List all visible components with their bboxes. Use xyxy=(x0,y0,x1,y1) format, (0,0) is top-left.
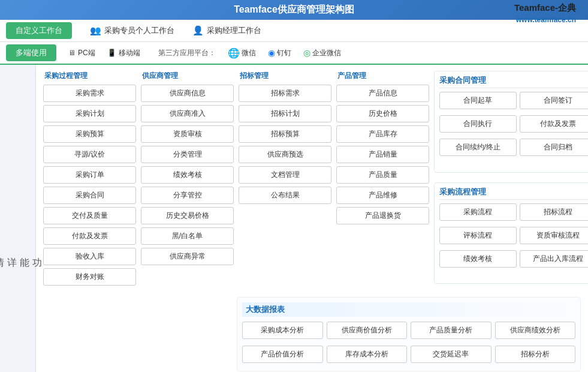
list-item[interactable]: 采购成本分析 xyxy=(242,322,323,339)
dingding-nav[interactable]: ◉ 钉钉 xyxy=(268,48,291,58)
primary-nav: 自定义工作台 👥 采购专员个人工作台 👤 采购经理工作台 xyxy=(0,20,588,42)
custom-workbench-btn[interactable]: 自定义工作台 xyxy=(6,22,72,39)
procurement-process-header: 采购过程管理 xyxy=(43,71,136,81)
list-item[interactable]: 库存成本分析 xyxy=(327,346,408,363)
big-data-section: 大数据报表 采购成本分析 供应商价值分析 产品质量分析 供应商绩效分析 产品价值… xyxy=(237,297,581,371)
list-item[interactable]: 产品维修 xyxy=(336,187,429,204)
list-item[interactable]: 合同归档 xyxy=(520,139,589,156)
list-item[interactable]: 公布结果 xyxy=(239,187,331,204)
list-item[interactable]: 产品出入库流程 xyxy=(520,250,589,268)
list-item[interactable]: 产品信息 xyxy=(336,85,429,102)
list-item[interactable]: 合同起草 xyxy=(439,92,517,109)
product-mgmt-col: 产品管理 产品信息 历史价格 产品库存 产品销量 产品质量 产品维修 产品退换货 xyxy=(336,71,429,289)
list-item[interactable]: 交付及质量 xyxy=(43,207,136,224)
secondary-nav: 多端使用 🖥 PC端 📱 移动端 第三方应用平台： 🌐 微信 ◉ 钉钉 ◎ 企业… xyxy=(0,42,588,65)
list-item[interactable]: 供应商预选 xyxy=(239,146,331,163)
row2: 大数据报表 采购成本分析 供应商价值分析 产品质量分析 供应商绩效分析 产品价值… xyxy=(43,292,581,371)
list-item[interactable]: 供应商价值分析 xyxy=(327,322,408,339)
big-data-tags: 采购成本分析 供应商价值分析 产品质量分析 供应商绩效分析 产品价值分析 库存成… xyxy=(242,322,575,366)
list-item[interactable]: 招标分析 xyxy=(495,346,576,363)
list-item[interactable]: 供应商信息 xyxy=(141,85,234,102)
list-item[interactable]: 产品退换货 xyxy=(336,207,429,224)
list-item[interactable]: 合同签订 xyxy=(520,92,589,109)
main-container: 功能详情 采购过程管理 采购需求 采购计划 采购预算 寻源/议价 采购订单 采购… xyxy=(0,65,588,372)
supplier-mgmt-col: 供应商管理 供应商信息 供应商准入 资质审核 分类管理 绩效考核 分享管控 历史… xyxy=(141,71,234,289)
wechat-nav[interactable]: 🌐 微信 xyxy=(228,47,256,59)
list-item[interactable]: 招标流程 xyxy=(520,203,589,221)
product-mgmt-header: 产品管理 xyxy=(336,71,429,81)
list-item[interactable]: 产品质量 xyxy=(336,166,429,184)
list-item[interactable]: 供应商绩效分析 xyxy=(495,322,576,339)
mobile-icon: 📱 xyxy=(107,49,116,57)
list-item[interactable]: 供应商准入 xyxy=(141,105,234,122)
list-item[interactable]: 供应商异常 xyxy=(141,248,234,265)
list-item[interactable]: 采购合同 xyxy=(43,187,136,204)
procurement-manager-nav[interactable]: 👤 采购经理工作台 xyxy=(192,25,261,36)
list-item[interactable]: 产品销量 xyxy=(336,146,429,163)
list-item[interactable]: 验收入库 xyxy=(43,248,136,265)
brand-name: Teamface-企典 xyxy=(514,2,576,14)
list-item[interactable]: 资质审核 xyxy=(141,125,234,143)
list-item[interactable]: 分享管控 xyxy=(141,187,234,204)
list-item[interactable]: 产品库存 xyxy=(336,125,429,143)
supplier-mgmt-header: 供应商管理 xyxy=(141,71,234,81)
contract-mgmt-box: 采购合同管理 合同起草 合同签订 合同执行 付款及发票 合同续约/终止 合同归档 xyxy=(434,71,588,173)
big-data-header: 大数据报表 xyxy=(242,302,575,317)
list-item[interactable]: 分类管理 xyxy=(141,146,234,163)
list-item[interactable]: 付款及发票 xyxy=(520,115,589,133)
list-item[interactable]: 采购订单 xyxy=(43,166,136,184)
page-header: Teamface供应商管理架构图 Teamface-企典 www.teamfac… xyxy=(0,0,588,20)
procurement-process-col: 采购过程管理 采购需求 采购计划 采购预算 寻源/议价 采购订单 采购合同 交付… xyxy=(43,71,136,289)
list-item[interactable]: 付款及发票 xyxy=(43,227,136,245)
brand-info: Teamface-企典 www.teamface.cn xyxy=(514,2,576,24)
list-item[interactable]: 交货延迟率 xyxy=(411,346,491,363)
full-layout: 采购过程管理 采购需求 采购计划 采购预算 寻源/议价 采购订单 采购合同 交付… xyxy=(43,71,581,372)
flow-mgmt-header: 采购流程管理 xyxy=(439,187,588,200)
third-party-label: 第三方应用平台： xyxy=(158,48,216,58)
list-item[interactable]: 采购预算 xyxy=(43,125,136,143)
list-item[interactable]: 寻源/议价 xyxy=(43,146,136,163)
monitor-icon: 🖥 xyxy=(68,49,76,57)
list-item[interactable]: 绩效考核 xyxy=(439,250,517,268)
list-item[interactable]: 黑/白名单 xyxy=(141,227,234,245)
list-item[interactable]: 招标预算 xyxy=(239,125,331,143)
qywechat-icon: ◎ xyxy=(303,48,310,58)
spacer xyxy=(43,292,232,371)
multi-platform-btn[interactable]: 多端使用 xyxy=(6,44,56,61)
list-item[interactable]: 历史交易价格 xyxy=(141,207,234,224)
wechat-icon: 🌐 xyxy=(228,47,240,59)
list-item[interactable]: 合同执行 xyxy=(439,115,517,133)
left-sidebar: 功能详情 xyxy=(0,65,36,372)
flow-mgmt-box: 采购流程管理 采购流程 招标流程 评标流程 资质审核流程 绩效考核 产品出入库流… xyxy=(434,182,588,284)
person2-icon: 👤 xyxy=(192,25,204,36)
list-item[interactable]: 文档管理 xyxy=(239,166,331,184)
pc-nav[interactable]: 🖥 PC端 xyxy=(68,48,95,58)
list-item[interactable]: 招标计划 xyxy=(239,105,331,122)
list-item[interactable]: 产品质量分析 xyxy=(411,322,491,339)
brand-url: www.teamface.cn xyxy=(516,16,576,24)
flow-mgmt-tags: 采购流程 招标流程 评标流程 资质审核流程 绩效考核 产品出入库流程 xyxy=(439,203,588,271)
contract-mgmt-tags: 合同起草 合同签订 合同执行 付款及发票 合同续约/终止 合同归档 xyxy=(439,92,588,159)
bidding-mgmt-col: 招标管理 招标需求 招标计划 招标预算 供应商预选 文档管理 公布结果 xyxy=(239,71,331,289)
content-area: 采购过程管理 采购需求 采购计划 采购预算 寻源/议价 采购订单 采购合同 交付… xyxy=(36,65,588,372)
page-title: Teamface供应商管理架构图 xyxy=(234,4,354,14)
list-item[interactable]: 采购需求 xyxy=(43,85,136,102)
list-item[interactable]: 招标需求 xyxy=(239,85,331,102)
list-item[interactable]: 绩效考核 xyxy=(141,166,234,184)
qywechat-nav[interactable]: ◎ 企业微信 xyxy=(303,48,341,58)
mobile-nav[interactable]: 📱 移动端 xyxy=(107,48,140,58)
list-item[interactable]: 产品价值分析 xyxy=(242,346,323,363)
contract-mgmt-header: 采购合同管理 xyxy=(439,75,588,88)
person-icon: 👥 xyxy=(90,25,101,36)
list-item[interactable]: 合同续约/终止 xyxy=(439,139,517,156)
procurement-personal-nav[interactable]: 👥 采购专员个人工作台 xyxy=(90,25,174,36)
row1: 采购过程管理 采购需求 采购计划 采购预算 寻源/议价 采购订单 采购合同 交付… xyxy=(43,71,581,289)
right-col: 采购合同管理 合同起草 合同签订 合同执行 付款及发票 合同续约/终止 合同归档… xyxy=(434,71,588,289)
list-item[interactable]: 评标流程 xyxy=(439,227,517,244)
list-item[interactable]: 资质审核流程 xyxy=(520,227,589,244)
list-item[interactable]: 采购流程 xyxy=(439,203,517,221)
list-item[interactable]: 历史价格 xyxy=(336,105,429,122)
list-item[interactable]: 采购计划 xyxy=(43,105,136,122)
list-item[interactable]: 财务对账 xyxy=(43,268,136,286)
dingding-icon: ◉ xyxy=(268,48,275,58)
